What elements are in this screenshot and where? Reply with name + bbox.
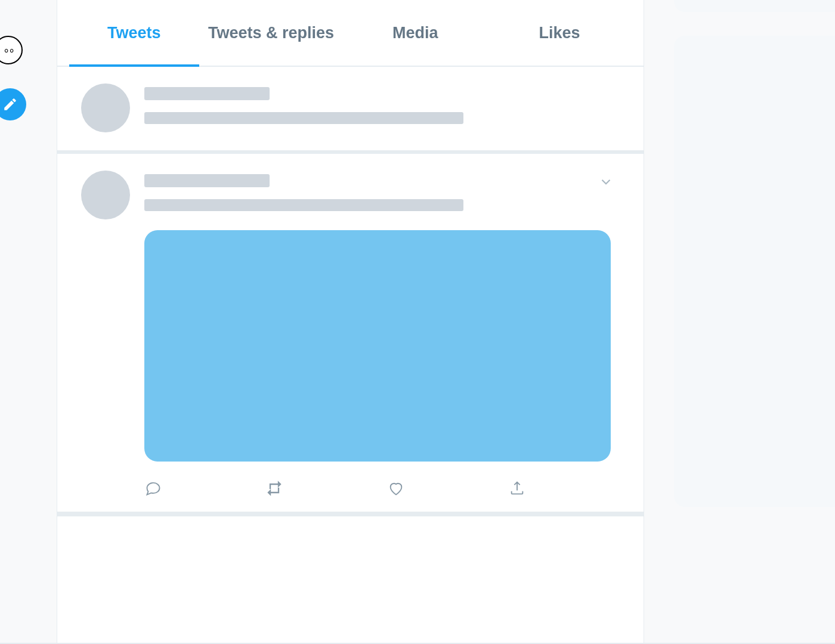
tweet-skeleton[interactable] [57, 67, 644, 154]
profile-tabs: Tweets Tweets & replies Media Likes [57, 0, 644, 67]
share-button[interactable] [508, 479, 526, 497]
avatar-placeholder [81, 83, 130, 132]
reply-button[interactable] [144, 479, 162, 497]
like-button[interactable] [387, 479, 405, 497]
retweet-icon [266, 480, 283, 497]
more-icon: ∘∘ [3, 44, 14, 57]
reply-icon [145, 480, 162, 497]
right-sidebar [674, 0, 835, 507]
tab-label: Tweets [107, 24, 161, 42]
tweet-menu-button[interactable] [598, 174, 614, 192]
compose-icon [2, 97, 18, 112]
tweet-media-placeholder[interactable] [144, 230, 611, 462]
left-nav: ∘∘ [0, 36, 24, 120]
tweet-actions [144, 479, 526, 497]
tab-tweets[interactable]: Tweets [69, 0, 199, 66]
heart-icon [388, 480, 404, 497]
tab-label: Media [392, 24, 438, 42]
placeholder-line [144, 112, 463, 124]
tab-label: Likes [539, 24, 580, 42]
sidebar-placeholder [674, 36, 835, 507]
tab-likes[interactable]: Likes [487, 0, 632, 66]
more-nav-button[interactable]: ∘∘ [0, 36, 23, 64]
chevron-down-icon [598, 174, 614, 190]
sidebar-placeholder [674, 0, 835, 12]
main-column: Tweets Tweets & replies Media Likes [57, 0, 644, 644]
timeline-divider [57, 513, 644, 516]
placeholder-line [144, 174, 270, 187]
placeholder-line [144, 199, 463, 211]
tweet-text-placeholder [144, 171, 620, 223]
tweet-skeleton[interactable] [57, 154, 644, 513]
tweet-text-placeholder [144, 83, 620, 136]
tab-media[interactable]: Media [343, 0, 487, 66]
share-icon [509, 480, 525, 497]
retweet-button[interactable] [265, 479, 283, 497]
tab-label: Tweets & replies [208, 24, 334, 42]
tab-tweets-replies[interactable]: Tweets & replies [199, 0, 344, 66]
avatar-placeholder [81, 171, 130, 219]
placeholder-line [144, 87, 270, 100]
compose-tweet-button[interactable] [0, 88, 26, 120]
